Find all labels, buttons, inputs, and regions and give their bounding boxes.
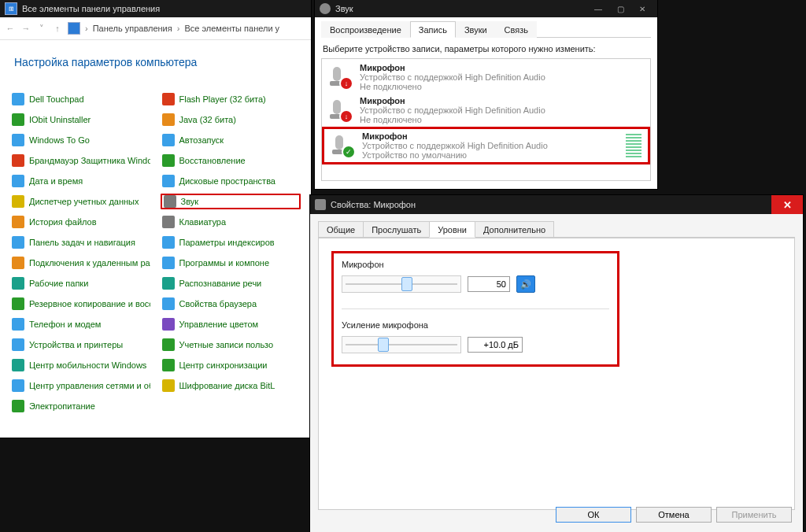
device-status: Устройство по умолчанию [362,150,618,160]
cp-item[interactable]: Дисковые пространства [161,174,301,188]
control-panel-window: ⊞ Все элементы панели управления ← → ˅ ↑… [0,0,311,438]
tab-playback[interactable]: Воспроизведение [321,21,410,38]
cp-item[interactable]: Подключения к удаленным рабоч… [11,256,150,270]
minimize-button[interactable]: — [588,2,608,15]
cp-item-label: Шифрование диска BitL [179,380,275,391]
cp-item[interactable]: Учетные записи пользо [161,338,301,352]
device-name: Микрофон [360,96,644,105]
device-text: МикрофонУстройство с поддержкой High Def… [360,63,644,91]
cp-item[interactable]: Звук [161,194,301,209]
recording-device-list[interactable]: ↓МикрофонУстройство с поддержкой High De… [321,58,651,181]
tab-levels[interactable]: Уровни [429,221,475,238]
device-row[interactable]: ↓МикрофонУстройство с поддержкой High De… [322,61,650,94]
microphone-device-icon: ✓ [331,134,354,157]
breadcrumb-2[interactable]: Все элементы панели у [184,24,279,33]
cp-item[interactable]: Java (32 бита) [161,113,301,127]
cp-body: Настройка параметров компьютера Dell Tou… [0,40,311,438]
mic-boost-slider[interactable] [342,336,461,353]
cp-item[interactable]: Автозапуск [161,133,301,147]
tab-listen[interactable]: Прослушать [363,221,430,238]
cp-item-label: Диспетчер учетных данных [29,196,139,207]
cp-item[interactable]: Дата и время [11,174,150,188]
speaker-icon[interactable]: 🔊 [516,275,535,293]
mic-boost-value[interactable]: +10.0 дБ [468,337,523,353]
cp-item[interactable]: Шифрование диска BitL [161,379,301,393]
cp-item[interactable]: IObit Uninstaller [11,113,150,127]
cp-item-icon [162,297,175,310]
cp-item[interactable]: Брандмауэр Защитника Windows [11,153,150,168]
tab-communications[interactable]: Связь [496,21,537,38]
microphone-device-icon: ↓ [328,98,352,122]
chevron-right-icon: › [177,24,180,33]
tab-sounds[interactable]: Звуки [456,21,496,38]
cp-item-label: Подключения к удаленным рабоч… [29,257,150,268]
tab-advanced[interactable]: Дополнительно [475,221,554,238]
cp-item[interactable]: Центр мобильности Windows [11,358,150,372]
cp-item[interactable]: Телефон и модем [11,317,150,331]
device-row[interactable]: ↓МикрофонУстройство с поддержкой High De… [322,94,650,127]
cp-item-label: Автозапуск [179,135,224,146]
nav-back-icon[interactable]: ← [5,24,16,33]
cancel-button[interactable]: Отмена [636,507,712,523]
apply-button[interactable]: Применить [716,507,792,523]
cp-item[interactable]: Диспетчер учетных данных [11,194,150,209]
cp-item-label: Центр синхронизации [179,360,268,371]
sound-titlebar[interactable]: Звук — ▢ ✕ [315,0,657,17]
cp-item-icon [162,236,175,249]
cp-item-icon [162,277,175,290]
cp-item-icon [12,216,24,228]
sound-body: Воспроизведение Запись Звуки Связь Выбер… [315,17,657,189]
device-row[interactable]: ✓МикрофонУстройство с поддержкой High De… [322,127,650,164]
cp-item-label: Брандмауэр Защитника Windows [29,155,150,166]
cp-item[interactable]: Резервное копирование и восстан… [11,297,150,311]
cp-item-label: Дисковые пространства [179,175,276,187]
ok-button[interactable]: ОК [556,507,631,523]
cp-item[interactable]: Dell Touchpad [11,92,150,106]
cp-item[interactable]: Управление цветом [161,317,301,331]
cp-item-icon [162,93,175,105]
cp-item-label: Центр управления сетями и общи… [29,380,150,391]
mic-volume-slider[interactable] [342,275,461,293]
cp-item[interactable]: Устройства и принтеры [11,338,150,352]
cp-titlebar[interactable]: ⊞ Все элементы панели управления [0,0,311,17]
cp-item[interactable]: История файлов [11,215,150,229]
breadcrumb-1[interactable]: Панель управления [93,24,172,33]
tab-recording[interactable]: Запись [410,21,456,38]
close-button[interactable]: ✕ [632,2,653,15]
nav-forward-icon[interactable]: → [20,24,31,33]
cp-item[interactable]: Клавиатура [161,215,301,229]
cp-item[interactable]: Электропитание [11,399,150,413]
cp-item-icon [12,379,24,392]
cp-item[interactable]: Центр синхронизации [161,358,301,372]
cp-item[interactable]: Панель задач и навигация [11,235,150,249]
cp-item[interactable]: Распознавание речи [161,276,301,290]
cp-item[interactable]: Flash Player (32 бита) [161,92,301,106]
close-button[interactable]: ✕ [771,195,803,214]
device-status: Не подключено [360,82,644,91]
cp-item-label: Windows To Go [29,135,90,146]
cp-item-icon [12,175,24,187]
tab-general[interactable]: Общие [318,221,364,238]
cp-item[interactable]: Программы и компоне [161,256,301,270]
mic-volume-value[interactable]: 50 [468,276,510,292]
nav-dropdown-icon[interactable]: ˅ [36,24,47,34]
sound-tabs: Воспроизведение Запись Звуки Связь [321,20,651,38]
maximize-button[interactable]: ▢ [610,2,630,15]
device-text: МикрофонУстройство с поддержкой High Def… [362,131,618,160]
breadcrumb-root-icon[interactable] [68,22,80,35]
prop-tabs: Общие Прослушать Уровни Дополнительно [318,220,795,237]
cp-item[interactable]: Windows To Go [11,133,150,147]
nav-up-icon[interactable]: ↑ [52,24,63,33]
prop-title: Свойства: Микрофон [331,200,416,209]
cp-item-icon [162,359,175,371]
prop-titlebar[interactable]: Свойства: Микрофон ✕ [310,195,803,214]
mic-volume-group: Микрофон 50 🔊 [342,260,609,293]
cp-item[interactable]: Свойства браузера [161,297,301,311]
cp-item-icon [162,318,175,331]
cp-item-icon [162,134,175,146]
cp-item[interactable]: Восстановление [161,153,301,168]
cp-item[interactable]: Параметры индексиров [161,235,301,249]
cp-item[interactable]: Центр управления сетями и общи… [11,379,150,393]
cp-item-icon [12,359,24,371]
cp-item[interactable]: Рабочие папки [11,276,150,290]
